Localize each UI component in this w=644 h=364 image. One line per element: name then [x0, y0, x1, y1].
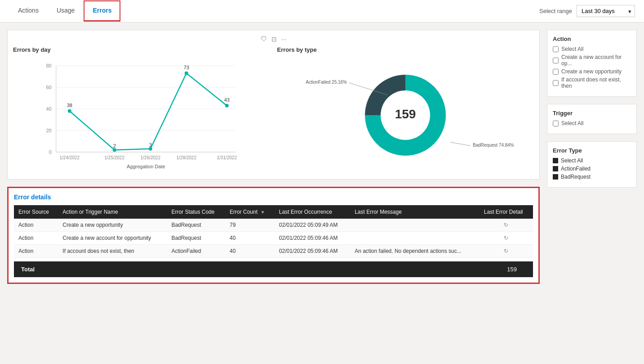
- total-bar: Total 159: [14, 261, 533, 277]
- cell-count: 79: [225, 219, 275, 232]
- detail-link-icon[interactable]: ↻: [504, 248, 508, 254]
- error-type-filter-title: Error Type: [553, 147, 631, 154]
- trigger-filter-item: Select All: [553, 120, 631, 126]
- cell-detail[interactable]: ↻: [480, 219, 533, 232]
- svg-text:60: 60: [46, 85, 52, 90]
- svg-text:1/28/2022: 1/28/2022: [177, 155, 197, 160]
- cell-message: An action failed. No dependent actions s…: [350, 245, 480, 258]
- tab-errors[interactable]: Errors: [84, 0, 120, 22]
- cell-name: Create a new opportunity: [58, 219, 167, 232]
- col-last-message: Last Error Message: [350, 205, 480, 219]
- error-details-table: Error Source Action or Trigger Name Erro…: [14, 205, 533, 258]
- range-select-wrapper: Last 30 days Last 7 days Last 24 hours: [577, 5, 635, 17]
- action-filter-section: Action Select All Create a new account f…: [547, 30, 637, 97]
- cell-detail[interactable]: ↻: [480, 245, 533, 258]
- table-row: Action Create a new opportunity BadReque…: [14, 219, 533, 232]
- action-filter-title: Action: [553, 36, 631, 42]
- col-error-source: Error Source: [14, 205, 58, 219]
- donut-chart-container: Errors by type: [277, 46, 534, 174]
- col-last-occurrence: Last Error Occurrence: [275, 205, 350, 219]
- line-chart: 80 60 40 20 0: [13, 57, 270, 174]
- svg-text:43: 43: [224, 97, 230, 103]
- svg-text:1/25/2022: 1/25/2022: [105, 155, 125, 160]
- svg-point-13: [149, 147, 152, 151]
- filter-icon[interactable]: ⛉: [261, 36, 267, 43]
- svg-text:2: 2: [113, 143, 116, 148]
- tab-actions[interactable]: Actions: [9, 0, 48, 22]
- error-type-filter-section: Error Type Select All ActionFailed BadRe…: [547, 141, 637, 188]
- detail-link-icon[interactable]: ↻: [504, 235, 508, 241]
- action-filter-item: Select All: [553, 46, 631, 52]
- top-navigation: Actions Usage Errors Select range Last 3…: [0, 0, 644, 22]
- action-filter-items: Select All Create a new account for op..…: [553, 46, 631, 89]
- svg-text:40: 40: [46, 106, 52, 112]
- error-type-item: BadRequest: [553, 174, 631, 180]
- svg-point-15: [225, 104, 229, 108]
- svg-text:3: 3: [149, 142, 152, 148]
- trigger-filter-section: Trigger Select All: [547, 104, 637, 134]
- total-label: Total: [21, 266, 507, 273]
- cell-name: Create a new account for opportunity: [58, 232, 167, 245]
- svg-text:0: 0: [49, 149, 52, 155]
- cell-occurrence: 02/01/2022 05:09:46 AM: [275, 245, 350, 258]
- svg-text:159: 159: [395, 107, 416, 121]
- chart-toolbar: ⛉ ⊡ ···: [13, 36, 534, 43]
- tab-usage[interactable]: Usage: [48, 0, 84, 22]
- svg-text:BadRequest 74.84%: BadRequest 74.84%: [473, 143, 514, 148]
- table-row: Action If account does not exist, then A…: [14, 245, 533, 258]
- line-chart-container: Errors by day 80 60 40: [13, 46, 270, 174]
- action-filter-item: Create a new account for op...: [553, 54, 631, 67]
- center-panel: ⛉ ⊡ ··· Errors by day: [7, 30, 540, 357]
- action-filter-label: Select All: [561, 46, 583, 52]
- svg-point-12: [113, 148, 116, 152]
- action-filter-label: If account does not exist, then: [561, 76, 631, 89]
- col-error-count[interactable]: Error Count ▼: [225, 205, 275, 219]
- col-action-trigger: Action or Trigger Name: [58, 205, 167, 219]
- charts-section: ⛉ ⊡ ··· Errors by day: [7, 30, 540, 180]
- error-table-body: Action Create a new opportunity BadReque…: [14, 219, 533, 258]
- main-content: ⛉ ⊡ ··· Errors by day: [0, 22, 644, 364]
- detail-link-icon[interactable]: ↻: [504, 222, 508, 228]
- error-details-section: Error details Error Source Action or Tri…: [7, 187, 540, 284]
- range-label: Select range: [539, 8, 572, 14]
- donut-wrapper: 159 ActionFailed 25.16% BadRequest 74.84…: [277, 57, 534, 174]
- more-icon[interactable]: ···: [281, 36, 287, 43]
- table-row: Action Create a new account for opportun…: [14, 232, 533, 245]
- cell-status: BadRequest: [167, 232, 225, 245]
- action-filter-item: If account does not exist, then: [553, 76, 631, 89]
- cell-status: ActionFailed: [167, 245, 225, 258]
- action-filter-checkbox[interactable]: [553, 69, 559, 75]
- svg-text:ActionFailed 25.16%: ActionFailed 25.16%: [306, 80, 347, 85]
- trigger-filter-items: Select All: [553, 120, 631, 126]
- error-type-dot: [553, 166, 558, 171]
- trigger-filter-checkbox[interactable]: [553, 121, 559, 126]
- cell-message: [350, 232, 480, 245]
- cell-status: BadRequest: [167, 219, 225, 232]
- error-type-label: BadRequest: [561, 174, 591, 180]
- action-filter-checkbox[interactable]: [553, 80, 559, 86]
- svg-text:80: 80: [46, 63, 52, 68]
- nav-right: Select range Last 30 days Last 7 days La…: [539, 5, 635, 17]
- right-panel: Action Select All Create a new account f…: [547, 30, 637, 357]
- table-header-row: Error Source Action or Trigger Name Erro…: [14, 205, 533, 219]
- nav-tabs: Actions Usage Errors: [9, 0, 120, 22]
- error-type-items: Select All ActionFailed BadRequest: [553, 157, 631, 180]
- error-details-title: Error details: [14, 193, 533, 201]
- error-type-item: ActionFailed: [553, 166, 631, 172]
- col-last-detail: Last Error Detail: [480, 205, 533, 219]
- action-filter-item: Create a new opportunity: [553, 68, 631, 75]
- action-filter-label: Create a new opportunity: [561, 68, 622, 75]
- svg-text:Aggregation Date: Aggregation Date: [127, 164, 165, 169]
- action-filter-checkbox[interactable]: [553, 58, 559, 63]
- range-select[interactable]: Last 30 days Last 7 days Last 24 hours: [577, 5, 635, 17]
- svg-text:38: 38: [67, 103, 72, 108]
- svg-text:73: 73: [184, 65, 189, 70]
- col-status-code: Error Status Code: [167, 205, 225, 219]
- cell-source: Action: [14, 219, 58, 232]
- expand-icon[interactable]: ⊡: [271, 36, 277, 43]
- action-filter-checkbox[interactable]: [553, 46, 559, 52]
- svg-text:1/31/2022: 1/31/2022: [217, 155, 237, 160]
- cell-count: 40: [225, 245, 275, 258]
- cell-detail[interactable]: ↻: [480, 232, 533, 245]
- trigger-filter-title: Trigger: [553, 110, 631, 117]
